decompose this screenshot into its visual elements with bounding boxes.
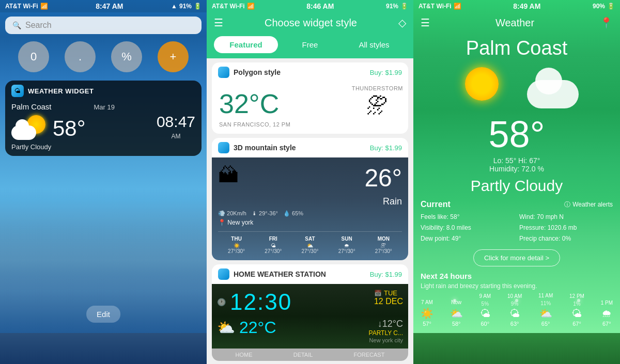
mountain-details: 💨 20Km/h 🌡 29°-36° 💧 65% <box>218 210 402 217</box>
weather-app-title: Weather <box>495 17 534 29</box>
calc-btn-plus[interactable]: + <box>158 41 189 72</box>
forecast-sat: SAT ⛅ 27°/30° <box>301 236 318 254</box>
home-card-title-row: HOME WEATHER STATION <box>218 268 326 280</box>
hourly-forecast-row: 7 AM ☀️ 57° Now ⛅ 58° 9 AM 5% 🌤 60° 10 A… <box>421 293 613 327</box>
mountain-buy-btn[interactable]: Buy: $1.99 <box>370 144 402 152</box>
widget-info: Palm Coast Mar 19 58° Partly Cloudy <box>11 102 115 151</box>
current-label: Current <box>421 200 451 209</box>
widget-header: 🌤 WEATHER WIDGET <box>5 81 202 99</box>
main-weather-icon-area <box>413 65 620 111</box>
polygon-card-header: Polygon style Buy: $1.99 <box>212 62 408 82</box>
panel-weather-app: AT&T Wi-Fi 📶 8:49 AM 90% 🔋 ☰ Weather 📍 P… <box>413 0 620 364</box>
home-tab-detail[interactable]: DETAIL <box>293 352 313 358</box>
home-feels: ↓12°C PARTLY C... <box>369 319 403 337</box>
battery-label-3: 90% <box>593 3 605 10</box>
diamond-icon[interactable]: ◇ <box>398 17 406 29</box>
polygon-card[interactable]: Polygon style Buy: $1.99 32°C SAN FRANCI… <box>212 62 408 134</box>
polygon-weather-img: THUNDERSTORM ⛈ <box>352 85 403 118</box>
alert-icon: ⓘ <box>564 200 570 209</box>
mountain-right: 26° Rain <box>364 164 402 207</box>
weather-widget[interactable]: 🌤 WEATHER WIDGET Palm Coast Mar 19 58° <box>5 81 202 156</box>
polygon-city: SAN FRANCISCO, 12 PM <box>219 121 401 128</box>
wifi-icon-3: 📶 <box>454 3 461 10</box>
weather-alerts[interactable]: ⓘ Weather alerts <box>564 200 613 209</box>
calc-btn-dot[interactable]: . <box>65 41 96 72</box>
glow-dot-1 <box>453 299 456 302</box>
humidity-label: Humidity: 72.0 % <box>413 165 620 173</box>
status-right-3: 90% 🔋 <box>593 3 615 10</box>
rain-note: Light rain and breezy starting this even… <box>421 282 613 290</box>
home-clock-icon: 🕐 <box>217 298 226 306</box>
tab-all-styles[interactable]: All styles <box>342 36 406 53</box>
home-time: 12:30 <box>230 289 292 315</box>
current-header: Current ⓘ Weather alerts <box>421 200 613 209</box>
forecast-mon: MON ⛈ 27°/30° <box>375 236 392 254</box>
hour-icon-11am: ⛅ <box>538 307 553 320</box>
battery-icon-1: 🔋 <box>194 3 202 10</box>
status-bar-1: AT&T Wi-Fi 📶 8:47 AM ▲ 91% 🔋 <box>0 0 207 12</box>
hour-icon-7am: ☀️ <box>421 307 433 320</box>
widget-clock: 08:47 <box>157 113 195 131</box>
home-city-row: New york city <box>217 337 403 343</box>
status-left-2: AT&T Wi-Fi 📶 <box>212 3 255 10</box>
mtn-temp-range: 🌡 29°-36° <box>252 210 278 217</box>
hour-12pm: 12 PM 1% 🌤 67° <box>569 293 584 327</box>
menu-icon-3[interactable]: ☰ <box>421 17 430 29</box>
home-station-card[interactable]: HOME WEATHER STATION Buy: $1.99 🕐 12:30 … <box>212 264 408 361</box>
widget-ampm: AM <box>171 133 180 140</box>
wind-stat: Wind: 70 mph N <box>519 212 613 222</box>
thunderstorm-label: THUNDERSTORM <box>352 85 403 91</box>
glow-dot-3 <box>577 299 580 302</box>
hour-9am: 9 AM 5% 🌤 60° <box>479 293 491 327</box>
widget-time: 08:47 AM <box>157 113 195 140</box>
home-nav-tabs: HOME DETAIL FORECAST <box>212 349 408 361</box>
home-card-name: HOME WEATHER STATION <box>234 270 326 278</box>
mountain-top-row: 🏔 26° Rain <box>218 164 402 207</box>
alerts-label: Weather alerts <box>572 201 613 208</box>
thunderstorm-icon: ⛈ <box>366 93 388 118</box>
hour-now: Now ⛅ 58° <box>450 299 463 327</box>
mountain-card[interactable]: 3D mountain style Buy: $1.99 🏔 26° Rain … <box>212 138 408 260</box>
hour-icon-now: ⛅ <box>450 307 463 320</box>
calculator-row: 0 . % + <box>0 38 207 75</box>
home-buy-btn[interactable]: Buy: $1.99 <box>370 271 402 278</box>
home-tab-home[interactable]: HOME <box>236 352 253 358</box>
hour-10am: 10 AM 9% 🌤 63° <box>507 293 522 327</box>
weather-app-header: ☰ Weather 📍 <box>413 12 620 33</box>
polygon-buy-btn[interactable]: Buy: $1.99 <box>370 69 402 76</box>
forecast-sun: SUN 🌧 27°/30° <box>338 236 355 254</box>
carrier-label-2: AT&T Wi-Fi <box>212 3 245 10</box>
location-icon[interactable]: 📍 <box>600 17 613 29</box>
detail-button[interactable]: Click for more detail > <box>473 249 560 266</box>
mountain-condition: Rain <box>364 196 402 207</box>
home-date: 12 DEC <box>374 297 403 306</box>
calc-btn-pct[interactable]: % <box>111 41 142 72</box>
tab-featured[interactable]: Featured <box>214 36 278 53</box>
home-feels-like: ↓12°C <box>369 319 403 329</box>
search-bar[interactable]: 🔍 Search <box>5 17 202 34</box>
home-top-row: 🕐 12:30 📅 TUE 12 DEC <box>217 289 403 315</box>
calc-btn-0[interactable]: 0 <box>18 41 49 72</box>
status-bar-3: AT&T Wi-Fi 📶 8:49 AM 90% 🔋 <box>413 0 620 12</box>
humidity-value: 72.0 % <box>521 165 544 173</box>
main-cloud-icon <box>527 80 579 108</box>
hour-icon-10am: 🌤 <box>507 308 522 320</box>
menu-icon-2[interactable]: ☰ <box>214 17 223 29</box>
hour-1pm: 1 PM 🌧 67° <box>601 300 613 327</box>
time-label-3: 8:49 AM <box>513 2 540 10</box>
home-date-area: 📅 TUE 12 DEC <box>374 289 403 306</box>
main-condition: Partly Cloudy <box>413 177 620 195</box>
edit-button[interactable]: Edit <box>86 306 120 323</box>
widget-date: Mar 19 <box>94 103 115 111</box>
tab-free[interactable]: Free <box>278 36 342 53</box>
widget-app-icon: 🌤 <box>11 85 24 97</box>
mountain-left: 🏔 <box>218 164 239 187</box>
time-label-1: 8:47 AM <box>96 2 123 10</box>
hi-temp: 67° <box>529 156 540 165</box>
weather-icon <box>11 114 48 140</box>
main-sun-icon <box>465 67 499 101</box>
home-left: 🕐 12:30 <box>217 289 292 315</box>
home-tab-forecast[interactable]: FORECAST <box>354 352 385 358</box>
widget-temperature: 58° <box>53 116 86 141</box>
city-name: Palm Coast <box>413 37 620 59</box>
